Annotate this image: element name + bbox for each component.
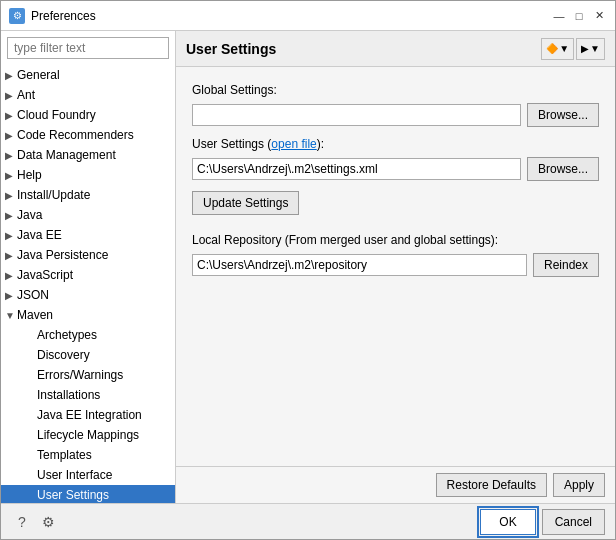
dropdown-arrow-icon: ▼ (559, 43, 569, 54)
sidebar-item-label: Code Recommenders (17, 128, 171, 142)
sidebar-item-javascript[interactable]: ▶ JavaScript (1, 265, 175, 285)
local-repo-label: Local Repository (From merged user and g… (192, 233, 599, 247)
sidebar-item-json[interactable]: ▶ JSON (1, 285, 175, 305)
sidebar-item-maven[interactable]: ▼ Maven (1, 305, 175, 325)
restore-defaults-button[interactable]: Restore Defaults (436, 473, 547, 497)
sidebar-item-label: General (17, 68, 171, 82)
sidebar-item-java-persistence[interactable]: ▶ Java Persistence (1, 245, 175, 265)
arrow-icon: ▶ (5, 230, 17, 241)
user-settings-browse-button[interactable]: Browse... (527, 157, 599, 181)
arrow-icon: ▶ (5, 190, 17, 201)
cancel-button[interactable]: Cancel (542, 509, 605, 535)
sidebar-item-installations[interactable]: Installations (1, 385, 175, 405)
sidebar-item-label: User Settings (37, 488, 171, 502)
nav-back-button[interactable]: 🔶 ▼ (541, 38, 574, 60)
user-settings-label-end: ): (317, 137, 324, 151)
arrow-icon: ▶ (5, 270, 17, 281)
bottom-bar: ? ⚙ OK Cancel (1, 503, 615, 539)
window-controls: — □ ✕ (551, 8, 607, 24)
content-header: User Settings 🔶 ▼ ▶ ▼ (176, 31, 615, 67)
arrow-icon: ▶ (5, 130, 17, 141)
sidebar-item-general[interactable]: ▶ General (1, 65, 175, 85)
user-settings-label-text: User Settings ( (192, 137, 271, 151)
sidebar-item-label: Errors/Warnings (37, 368, 171, 382)
window-icon: ⚙ (9, 8, 25, 24)
filter-input[interactable] (7, 37, 169, 59)
sidebar-item-label: Java Persistence (17, 248, 171, 262)
sidebar-item-help[interactable]: ▶ Help (1, 165, 175, 185)
update-settings-wrapper: Update Settings (192, 191, 599, 215)
ok-button[interactable]: OK (480, 509, 535, 535)
sidebar-item-user-interface[interactable]: User Interface (1, 465, 175, 485)
global-settings-label: Global Settings: (192, 83, 599, 97)
sidebar-item-templates[interactable]: Templates (1, 445, 175, 465)
sidebar-item-java[interactable]: ▶ Java (1, 205, 175, 225)
minimize-button[interactable]: — (551, 8, 567, 24)
dialog-buttons: OK Cancel (480, 509, 605, 535)
arrow-icon: ▶ (5, 210, 17, 221)
sidebar-item-label: Installations (37, 388, 171, 402)
arrow-icon: ▶ (5, 170, 17, 181)
sidebar-item-label: Java (17, 208, 171, 222)
sidebar-item-java-ee-integration[interactable]: Java EE Integration (1, 405, 175, 425)
user-settings-label: User Settings (open file): (192, 137, 599, 151)
sidebar: ▶ General ▶ Ant ▶ Cloud Foundry ▶ Code R… (1, 31, 176, 503)
close-button[interactable]: ✕ (591, 8, 607, 24)
arrow-icon: ▶ (5, 150, 17, 161)
bottom-icons: ? ⚙ (11, 511, 59, 533)
global-settings-browse-button[interactable]: Browse... (527, 103, 599, 127)
nav-buttons: 🔶 ▼ ▶ ▼ (541, 38, 605, 60)
apply-button[interactable]: Apply (553, 473, 605, 497)
sidebar-item-errors-warnings[interactable]: Errors/Warnings (1, 365, 175, 385)
icon-symbol: ⚙ (13, 10, 22, 21)
sidebar-item-label: Java EE (17, 228, 171, 242)
preferences-window: ⚙ Preferences — □ ✕ ▶ General ▶ Ant (0, 0, 616, 540)
arrow-icon: ▶ (5, 290, 17, 301)
content-action-bar: Restore Defaults Apply (176, 466, 615, 503)
maximize-button[interactable]: □ (571, 8, 587, 24)
arrow-icon: ▼ (5, 310, 17, 321)
arrow-icon: ▶ (5, 250, 17, 261)
dropdown-arrow-icon: ▼ (590, 43, 600, 54)
content-title: User Settings (186, 41, 541, 57)
sidebar-item-java-ee[interactable]: ▶ Java EE (1, 225, 175, 245)
content-body: Global Settings: Browse... User Settings… (176, 67, 615, 466)
sidebar-item-label: Help (17, 168, 171, 182)
local-repo-row: Reindex (192, 253, 599, 277)
sidebar-item-lifecycle-mappings[interactable]: Lifecycle Mappings (1, 425, 175, 445)
arrow-icon: ▶ (5, 70, 17, 81)
sidebar-item-install-update[interactable]: ▶ Install/Update (1, 185, 175, 205)
reindex-button[interactable]: Reindex (533, 253, 599, 277)
window-title: Preferences (31, 9, 551, 23)
sidebar-item-label: Data Management (17, 148, 171, 162)
sidebar-item-user-settings[interactable]: User Settings (1, 485, 175, 503)
sidebar-item-label: JavaScript (17, 268, 171, 282)
open-file-link[interactable]: open file (271, 137, 316, 151)
arrow-icon: ▶ (5, 110, 17, 121)
nav-forward-button[interactable]: ▶ ▼ (576, 38, 605, 60)
help-button[interactable]: ? (11, 511, 33, 533)
local-repo-input[interactable] (192, 254, 527, 276)
global-settings-input[interactable] (192, 104, 521, 126)
update-settings-button[interactable]: Update Settings (192, 191, 299, 215)
sidebar-item-label: Maven (17, 308, 171, 322)
sidebar-item-label: Cloud Foundry (17, 108, 171, 122)
user-settings-input[interactable] (192, 158, 521, 180)
tree-container: ▶ General ▶ Ant ▶ Cloud Foundry ▶ Code R… (1, 65, 175, 503)
user-settings-row: Browse... (192, 157, 599, 181)
sidebar-item-label: Java EE Integration (37, 408, 171, 422)
settings-button[interactable]: ⚙ (37, 511, 59, 533)
sidebar-item-label: Discovery (37, 348, 171, 362)
sidebar-item-archetypes[interactable]: Archetypes (1, 325, 175, 345)
sidebar-item-cloud-foundry[interactable]: ▶ Cloud Foundry (1, 105, 175, 125)
sidebar-item-label: Install/Update (17, 188, 171, 202)
sidebar-item-code-recommenders[interactable]: ▶ Code Recommenders (1, 125, 175, 145)
sidebar-item-label: Ant (17, 88, 171, 102)
sidebar-item-label: Archetypes (37, 328, 171, 342)
sidebar-item-ant[interactable]: ▶ Ant (1, 85, 175, 105)
title-bar: ⚙ Preferences — □ ✕ (1, 1, 615, 31)
sidebar-item-discovery[interactable]: Discovery (1, 345, 175, 365)
forward-arrow-icon: ▶ (581, 43, 589, 54)
sidebar-item-data-management[interactable]: ▶ Data Management (1, 145, 175, 165)
sidebar-item-label: JSON (17, 288, 171, 302)
